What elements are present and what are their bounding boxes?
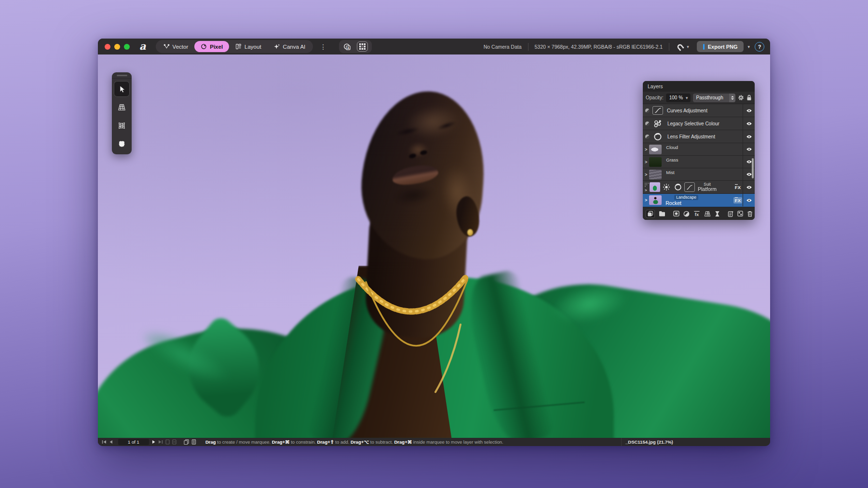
adjustment-toggle-icon[interactable] <box>645 122 650 126</box>
layer-visibility-cell[interactable] <box>743 130 755 143</box>
grass-layer-thumbnail[interactable] <box>649 157 662 167</box>
expand-chevron-icon[interactable]: > <box>645 188 647 192</box>
layer-name: Mist <box>666 170 674 175</box>
layer-name: Cloud <box>666 145 678 150</box>
layer-row-platform[interactable]: > Suit Platform FX <box>643 181 755 194</box>
close-window-button[interactable] <box>105 44 110 50</box>
tool-hint-text: Drag to create / move marquee. Drag+⌘ to… <box>205 439 503 445</box>
eye-icon <box>746 160 752 164</box>
add-mask-button[interactable] <box>673 211 679 217</box>
expand-chevron-icon[interactable]: > <box>645 198 647 203</box>
export-png-button[interactable]: Export PNG <box>697 41 744 52</box>
curves-adjustment-icon[interactable] <box>684 182 695 192</box>
pattern-button[interactable] <box>737 211 743 217</box>
curves-adjustment-icon[interactable] <box>652 106 663 115</box>
adjustment-toggle-icon[interactable] <box>645 135 650 139</box>
layer-effects-badge[interactable]: FX <box>733 184 742 190</box>
layer-row-cloud[interactable]: > Cloud <box>643 143 755 156</box>
chevron-down-icon[interactable]: ▾ <box>687 44 689 49</box>
cloud-layer-thumbnail[interactable] <box>649 145 662 154</box>
more-options-menu[interactable]: ⋮ <box>320 43 326 51</box>
persona-pixel[interactable]: Pixel <box>194 41 229 52</box>
move-tool-button[interactable] <box>114 81 130 97</box>
adjustment-toggle-icon[interactable] <box>645 108 650 113</box>
brightness-adjustment-icon[interactable] <box>661 182 672 192</box>
next-page-button[interactable] <box>152 440 156 444</box>
help-button[interactable]: ? <box>755 42 764 52</box>
mist-layer-thumbnail[interactable] <box>649 170 662 179</box>
rocket-layer-thumbnail[interactable] <box>649 195 662 205</box>
drag-handle-dots-icon <box>645 183 646 184</box>
mesh-icon <box>704 211 711 217</box>
layer-visibility-cell[interactable] <box>743 181 755 193</box>
first-page-button[interactable] <box>102 440 107 444</box>
blend-mode-dropdown[interactable]: Passthrough <box>693 94 735 102</box>
mesh-warp-tool-button[interactable] <box>114 118 130 134</box>
snapping-magnet-icon <box>676 42 684 51</box>
add-adjustment-button[interactable] <box>683 211 690 217</box>
gear-icon[interactable] <box>738 95 744 101</box>
palette-drag-handle[interactable] <box>112 72 132 79</box>
persona-vector[interactable]: Vector <box>157 41 195 52</box>
lock-icon[interactable] <box>746 95 752 101</box>
lens-filter-icon[interactable] <box>652 132 664 141</box>
layer-effects-badge[interactable]: FX <box>733 197 742 203</box>
add-live-filter-button[interactable]: fx <box>693 211 700 217</box>
export-options-chevron[interactable]: ▾ <box>747 44 750 49</box>
snapping-control[interactable]: ▾ <box>676 42 689 51</box>
expand-chevron-icon[interactable]: > <box>645 147 647 152</box>
layer-visibility-cell[interactable] <box>743 143 755 155</box>
blob-icon <box>117 139 126 149</box>
layer-name-stack: Suit Platform <box>698 182 717 192</box>
affinity-logo: a <box>139 40 146 52</box>
add-page-button[interactable] <box>165 439 170 445</box>
lens-filter-adjustment-icon[interactable] <box>673 182 683 192</box>
studio-grid-button[interactable] <box>357 41 368 52</box>
layer-visibility-cell[interactable] <box>743 104 755 117</box>
add-pixel-layer-button[interactable] <box>646 210 655 218</box>
blob-tool-button[interactable] <box>114 136 130 152</box>
persona-label: Vector <box>173 44 189 50</box>
page-indicator: 1 of 1 <box>118 439 149 445</box>
duplicate-button[interactable] <box>184 439 189 445</box>
add-group-button[interactable] <box>659 211 665 217</box>
perspective-tool-button[interactable] <box>114 99 130 115</box>
layers-panel: Layers Opacity: 100 % ▾ Passthrough <box>643 81 755 220</box>
expand-chevron-icon[interactable]: > <box>645 172 647 177</box>
delete-page-button[interactable] <box>172 439 176 445</box>
platform-layer-thumbnail[interactable] <box>650 182 660 192</box>
opacity-dropdown[interactable]: 100 % ▾ <box>666 94 691 102</box>
list-view-button[interactable] <box>191 439 196 445</box>
export-label: Export PNG <box>708 44 738 50</box>
hourglass-button[interactable] <box>715 211 720 217</box>
delete-layer-button[interactable] <box>747 211 753 217</box>
titlebar: a Vector Pixel Layout Canva AI <box>98 39 770 54</box>
layer-row-grass[interactable]: > Grass <box>643 156 755 168</box>
layer-row-lens-filter-adjustment[interactable]: Lens Filter Adjustment <box>643 130 755 143</box>
add-mesh-button[interactable] <box>704 211 711 217</box>
selective-colour-icon[interactable] <box>652 119 664 128</box>
assistant-icon: A <box>343 42 351 51</box>
add-snapshot-button[interactable] <box>728 211 733 217</box>
layer-row-rocket-selected[interactable]: > Landscape Rocket FX <box>643 194 755 207</box>
assistant-button[interactable]: A <box>343 42 351 51</box>
persona-canva-ai[interactable]: Canva AI <box>268 41 312 52</box>
previous-page-icon <box>109 440 113 444</box>
layer-row-mist[interactable]: > Mist <box>643 168 755 181</box>
minimize-window-button[interactable] <box>114 44 120 50</box>
layer-name-stack: Landscape Rocket <box>665 195 698 205</box>
zoom-window-button[interactable] <box>124 44 130 50</box>
layers-scrollbar[interactable] <box>752 158 754 178</box>
chevron-down-icon: ▾ <box>686 95 688 100</box>
last-page-button[interactable] <box>158 440 163 444</box>
previous-page-button[interactable] <box>109 440 113 444</box>
layer-visibility-cell[interactable] <box>743 194 755 206</box>
eye-icon <box>746 172 752 176</box>
layer-row-curves-adjustment[interactable]: Curves Adjustment <box>643 104 755 117</box>
mesh-warp-icon <box>117 121 126 130</box>
document-canvas[interactable]: Layers Opacity: 100 % ▾ Passthrough <box>98 54 770 438</box>
layer-visibility-cell[interactable] <box>743 117 755 130</box>
layer-row-legacy-selective-colour[interactable]: Legacy Selective Colour <box>643 117 755 130</box>
expand-chevron-icon[interactable]: > <box>645 160 647 164</box>
persona-layout[interactable]: Layout <box>229 41 268 52</box>
